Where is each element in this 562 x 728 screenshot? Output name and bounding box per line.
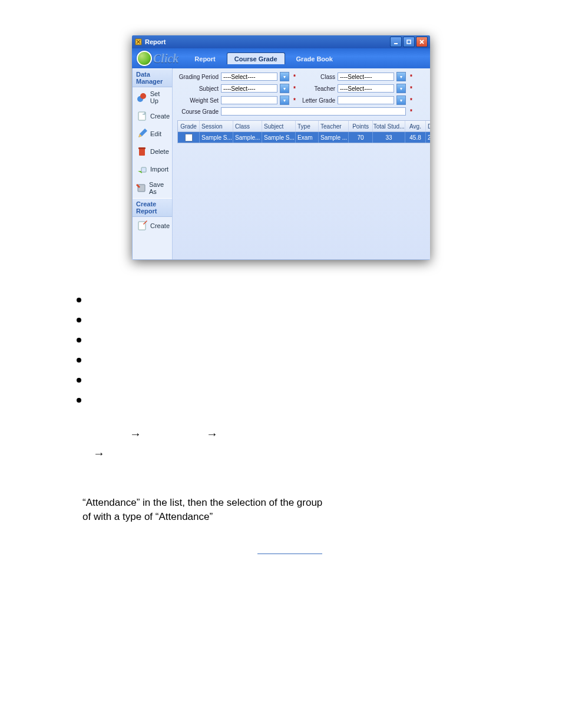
content-area: Data Manager Set Up Create (132, 68, 430, 260)
create-icon (136, 110, 148, 122)
results-table: Grade Session Class Subject Type Teacher… (177, 120, 430, 143)
sidebar-item-label: Delete (150, 148, 169, 155)
label-grading-period: Grading Period (177, 74, 219, 80)
dropdown-grading-period[interactable]: ▾ (280, 72, 289, 81)
required-marker: * (292, 85, 297, 92)
tab-grade-book[interactable]: Grade Book (289, 52, 340, 64)
col-type[interactable]: Type (296, 121, 319, 131)
required-marker: * (292, 97, 297, 104)
close-button[interactable] (416, 37, 428, 47)
input-grading-period[interactable] (221, 73, 277, 81)
sidebar-item-delete[interactable]: Delete (133, 143, 172, 160)
input-class[interactable] (338, 73, 394, 81)
cell-session: Sample S... (200, 132, 233, 143)
col-teacher[interactable]: Teacher (319, 121, 349, 131)
label-weight-set: Weight Set (177, 97, 219, 104)
input-course-grade[interactable] (221, 107, 406, 116)
tab-course-grade[interactable]: Course Grade (227, 52, 285, 64)
svg-rect-10 (138, 185, 145, 192)
edit-icon (136, 128, 148, 140)
import-icon (136, 163, 148, 175)
tab-report[interactable]: Report (187, 52, 223, 64)
sidebar-item-create-report[interactable]: Create (133, 217, 172, 235)
cell-type: Exam (296, 132, 319, 143)
cell-avg: 45.8 (405, 132, 426, 143)
arrow-row-1: → → (130, 427, 503, 441)
sidebar-item-label: Import (150, 166, 168, 173)
setup-icon (136, 91, 148, 103)
svg-rect-8 (138, 147, 146, 149)
sidebar-item-label: Edit (150, 130, 161, 137)
required-marker: * (408, 74, 414, 80)
sidebar-item-import[interactable]: Import (133, 160, 172, 178)
required-marker: * (292, 74, 297, 80)
table-row[interactable]: Sample S... Sample... Sample S... Exam S… (178, 132, 430, 143)
col-subject[interactable]: Subject (262, 121, 296, 131)
arrow-icon: → (206, 427, 218, 441)
sidebar: Data Manager Set Up Create (133, 68, 173, 259)
sidebar-item-setup[interactable]: Set Up (133, 87, 172, 107)
delete-icon (136, 146, 148, 157)
report-window: Report Click Report Course Gr (132, 35, 430, 260)
arrow-icon: → (93, 447, 105, 460)
input-letter-grade[interactable] (338, 96, 394, 104)
required-marker: * (408, 108, 414, 115)
document-body: . . . . . . → → → “Attendance” in the li… (77, 289, 503, 554)
maximize-button[interactable] (403, 37, 415, 47)
checkbox-icon (185, 134, 193, 141)
sidebar-group-create-report: Create Report (133, 198, 172, 217)
sidebar-group-data-manager: Data Manager (133, 68, 172, 87)
filter-panel: Grading Period ▾ * Class ▾ * Subject ▾ *… (177, 72, 430, 116)
sidebar-item-edit[interactable]: Edit (133, 125, 172, 143)
minimize-button[interactable] (390, 37, 402, 47)
col-avg[interactable]: Avg. (405, 121, 426, 131)
arrow-row-2: → (93, 447, 503, 460)
cell-date: 2009-9-... (426, 132, 430, 143)
input-weight-set[interactable] (221, 96, 277, 104)
sidebar-item-save-as[interactable]: Save As (133, 178, 172, 198)
bullet-list: . . . . . . (77, 289, 503, 410)
dropdown-teacher[interactable]: ▾ (396, 84, 406, 93)
save-as-icon (136, 182, 147, 194)
footer-rule (257, 554, 322, 554)
svg-rect-2 (407, 40, 411, 44)
col-date[interactable]: Date (426, 121, 430, 131)
titlebar: Report (132, 35, 430, 48)
main-panel: Grading Period ▾ * Class ▾ * Subject ▾ *… (173, 68, 430, 259)
cell-teacher: Sample ... (319, 132, 349, 143)
app-icon (134, 38, 143, 46)
banner: Click Report Course Grade Grade Book (132, 48, 430, 68)
col-grade[interactable]: Grade (178, 121, 200, 131)
create-report-icon (136, 220, 148, 232)
label-subject: Subject (177, 85, 219, 92)
col-total[interactable]: Total Stud... (373, 121, 405, 131)
cell-total: 33 (373, 132, 405, 143)
cell-points: 70 (349, 132, 373, 143)
col-session[interactable]: Session (200, 121, 233, 131)
svg-rect-9 (141, 167, 146, 172)
sidebar-item-create[interactable]: Create (133, 107, 172, 125)
cell-subject: Sample S... (262, 132, 296, 143)
required-marker: * (408, 85, 414, 92)
dropdown-weight-set[interactable]: ▾ (280, 95, 289, 105)
col-points[interactable]: Points (349, 121, 373, 131)
input-teacher[interactable] (338, 84, 394, 93)
sidebar-item-label: Create (150, 113, 170, 120)
required-marker: * (408, 97, 414, 104)
dropdown-letter-grade[interactable]: ▾ (396, 95, 406, 105)
svg-rect-7 (139, 149, 145, 156)
input-subject[interactable] (221, 84, 277, 93)
sidebar-item-label: Set Up (150, 90, 170, 104)
window-title: Report (145, 38, 390, 45)
label-teacher: Teacher (300, 85, 335, 92)
app-logo: Click (137, 51, 178, 66)
dropdown-class[interactable]: ▾ (396, 72, 406, 81)
logo-text: Click (153, 52, 178, 65)
dropdown-subject[interactable]: ▾ (280, 84, 289, 93)
label-class: Class (300, 74, 335, 80)
cell-class: Sample... (233, 132, 262, 143)
table-header: Grade Session Class Subject Type Teacher… (178, 121, 430, 132)
arrow-icon: → (130, 427, 141, 441)
cell-grade-checkbox[interactable] (178, 132, 200, 143)
col-class[interactable]: Class (233, 121, 262, 131)
